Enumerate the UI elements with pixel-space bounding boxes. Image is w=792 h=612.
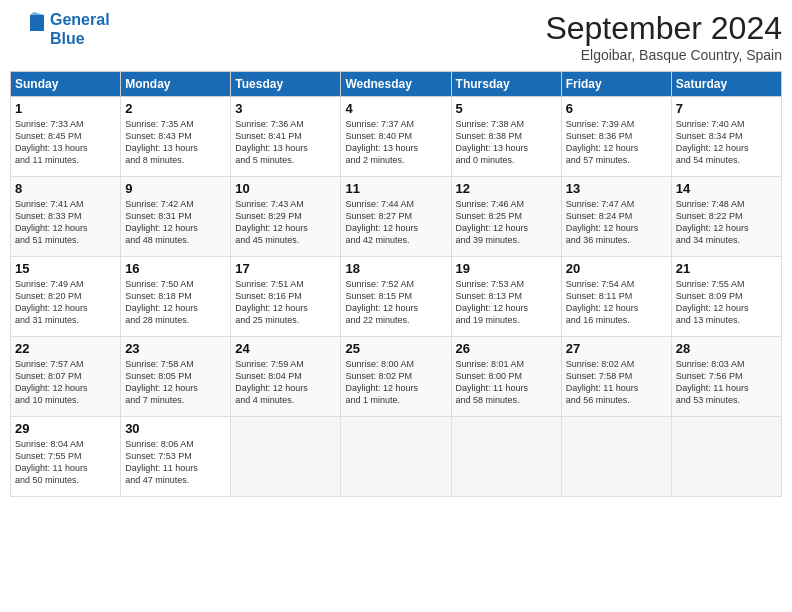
day-number: 6 xyxy=(566,101,667,116)
day-number: 17 xyxy=(235,261,336,276)
calendar-cell: 16Sunrise: 7:50 AMSunset: 8:18 PMDayligh… xyxy=(121,257,231,337)
day-number: 23 xyxy=(125,341,226,356)
calendar-cell: 5Sunrise: 7:38 AMSunset: 8:38 PMDaylight… xyxy=(451,97,561,177)
title-area: September 2024 Elgoibar, Basque Country,… xyxy=(545,10,782,63)
month-title: September 2024 xyxy=(545,10,782,47)
day-info: Sunrise: 7:49 AMSunset: 8:20 PMDaylight:… xyxy=(15,278,116,327)
day-number: 25 xyxy=(345,341,446,356)
calendar-cell: 6Sunrise: 7:39 AMSunset: 8:36 PMDaylight… xyxy=(561,97,671,177)
calendar-cell: 9Sunrise: 7:42 AMSunset: 8:31 PMDaylight… xyxy=(121,177,231,257)
calendar-cell: 15Sunrise: 7:49 AMSunset: 8:20 PMDayligh… xyxy=(11,257,121,337)
day-info: Sunrise: 7:33 AMSunset: 8:45 PMDaylight:… xyxy=(15,118,116,167)
day-number: 29 xyxy=(15,421,116,436)
logo-text-1: General xyxy=(50,10,110,29)
calendar-cell xyxy=(231,417,341,497)
calendar-cell: 14Sunrise: 7:48 AMSunset: 8:22 PMDayligh… xyxy=(671,177,781,257)
day-info: Sunrise: 8:04 AMSunset: 7:55 PMDaylight:… xyxy=(15,438,116,487)
calendar-cell: 21Sunrise: 7:55 AMSunset: 8:09 PMDayligh… xyxy=(671,257,781,337)
day-number: 2 xyxy=(125,101,226,116)
calendar-cell: 1Sunrise: 7:33 AMSunset: 8:45 PMDaylight… xyxy=(11,97,121,177)
calendar-cell xyxy=(341,417,451,497)
calendar-cell: 20Sunrise: 7:54 AMSunset: 8:11 PMDayligh… xyxy=(561,257,671,337)
calendar-cell: 23Sunrise: 7:58 AMSunset: 8:05 PMDayligh… xyxy=(121,337,231,417)
day-info: Sunrise: 7:43 AMSunset: 8:29 PMDaylight:… xyxy=(235,198,336,247)
day-info: Sunrise: 7:52 AMSunset: 8:15 PMDaylight:… xyxy=(345,278,446,327)
calendar-cell xyxy=(671,417,781,497)
calendar-cell: 19Sunrise: 7:53 AMSunset: 8:13 PMDayligh… xyxy=(451,257,561,337)
calendar-week-row: 29Sunrise: 8:04 AMSunset: 7:55 PMDayligh… xyxy=(11,417,782,497)
calendar-week-row: 8Sunrise: 7:41 AMSunset: 8:33 PMDaylight… xyxy=(11,177,782,257)
day-number: 24 xyxy=(235,341,336,356)
day-number: 27 xyxy=(566,341,667,356)
svg-marker-1 xyxy=(30,12,44,15)
logo-text-2: Blue xyxy=(50,29,110,48)
day-info: Sunrise: 7:46 AMSunset: 8:25 PMDaylight:… xyxy=(456,198,557,247)
day-info: Sunrise: 8:06 AMSunset: 7:53 PMDaylight:… xyxy=(125,438,226,487)
day-info: Sunrise: 7:48 AMSunset: 8:22 PMDaylight:… xyxy=(676,198,777,247)
logo-icon xyxy=(10,11,46,47)
day-info: Sunrise: 8:01 AMSunset: 8:00 PMDaylight:… xyxy=(456,358,557,407)
day-number: 11 xyxy=(345,181,446,196)
calendar-cell xyxy=(561,417,671,497)
calendar-cell: 13Sunrise: 7:47 AMSunset: 8:24 PMDayligh… xyxy=(561,177,671,257)
weekday-header-row: SundayMondayTuesdayWednesdayThursdayFrid… xyxy=(11,72,782,97)
calendar-cell: 3Sunrise: 7:36 AMSunset: 8:41 PMDaylight… xyxy=(231,97,341,177)
day-info: Sunrise: 7:37 AMSunset: 8:40 PMDaylight:… xyxy=(345,118,446,167)
page-header: GeneralBlue September 2024 Elgoibar, Bas… xyxy=(10,10,782,63)
day-info: Sunrise: 7:59 AMSunset: 8:04 PMDaylight:… xyxy=(235,358,336,407)
day-number: 26 xyxy=(456,341,557,356)
day-info: Sunrise: 7:42 AMSunset: 8:31 PMDaylight:… xyxy=(125,198,226,247)
calendar-cell: 18Sunrise: 7:52 AMSunset: 8:15 PMDayligh… xyxy=(341,257,451,337)
day-number: 7 xyxy=(676,101,777,116)
weekday-header-sunday: Sunday xyxy=(11,72,121,97)
day-info: Sunrise: 8:03 AMSunset: 7:56 PMDaylight:… xyxy=(676,358,777,407)
weekday-header-thursday: Thursday xyxy=(451,72,561,97)
day-number: 5 xyxy=(456,101,557,116)
calendar-cell: 17Sunrise: 7:51 AMSunset: 8:16 PMDayligh… xyxy=(231,257,341,337)
calendar-cell: 22Sunrise: 7:57 AMSunset: 8:07 PMDayligh… xyxy=(11,337,121,417)
day-info: Sunrise: 7:54 AMSunset: 8:11 PMDaylight:… xyxy=(566,278,667,327)
day-number: 15 xyxy=(15,261,116,276)
weekday-header-friday: Friday xyxy=(561,72,671,97)
calendar-cell: 4Sunrise: 7:37 AMSunset: 8:40 PMDaylight… xyxy=(341,97,451,177)
calendar-week-row: 22Sunrise: 7:57 AMSunset: 8:07 PMDayligh… xyxy=(11,337,782,417)
calendar-cell: 7Sunrise: 7:40 AMSunset: 8:34 PMDaylight… xyxy=(671,97,781,177)
calendar-table: SundayMondayTuesdayWednesdayThursdayFrid… xyxy=(10,71,782,497)
calendar-cell: 28Sunrise: 8:03 AMSunset: 7:56 PMDayligh… xyxy=(671,337,781,417)
day-number: 9 xyxy=(125,181,226,196)
day-info: Sunrise: 7:53 AMSunset: 8:13 PMDaylight:… xyxy=(456,278,557,327)
calendar-cell xyxy=(451,417,561,497)
day-number: 20 xyxy=(566,261,667,276)
calendar-cell: 2Sunrise: 7:35 AMSunset: 8:43 PMDaylight… xyxy=(121,97,231,177)
day-info: Sunrise: 7:44 AMSunset: 8:27 PMDaylight:… xyxy=(345,198,446,247)
calendar-cell: 25Sunrise: 8:00 AMSunset: 8:02 PMDayligh… xyxy=(341,337,451,417)
day-info: Sunrise: 8:00 AMSunset: 8:02 PMDaylight:… xyxy=(345,358,446,407)
day-info: Sunrise: 7:58 AMSunset: 8:05 PMDaylight:… xyxy=(125,358,226,407)
day-number: 16 xyxy=(125,261,226,276)
calendar-cell: 30Sunrise: 8:06 AMSunset: 7:53 PMDayligh… xyxy=(121,417,231,497)
day-number: 18 xyxy=(345,261,446,276)
day-number: 21 xyxy=(676,261,777,276)
day-number: 8 xyxy=(15,181,116,196)
day-info: Sunrise: 7:51 AMSunset: 8:16 PMDaylight:… xyxy=(235,278,336,327)
day-number: 4 xyxy=(345,101,446,116)
day-info: Sunrise: 7:47 AMSunset: 8:24 PMDaylight:… xyxy=(566,198,667,247)
logo: GeneralBlue xyxy=(10,10,110,48)
day-info: Sunrise: 7:38 AMSunset: 8:38 PMDaylight:… xyxy=(456,118,557,167)
calendar-cell: 11Sunrise: 7:44 AMSunset: 8:27 PMDayligh… xyxy=(341,177,451,257)
calendar-cell: 27Sunrise: 8:02 AMSunset: 7:58 PMDayligh… xyxy=(561,337,671,417)
calendar-week-row: 1Sunrise: 7:33 AMSunset: 8:45 PMDaylight… xyxy=(11,97,782,177)
day-number: 19 xyxy=(456,261,557,276)
svg-marker-0 xyxy=(30,15,44,31)
calendar-week-row: 15Sunrise: 7:49 AMSunset: 8:20 PMDayligh… xyxy=(11,257,782,337)
location: Elgoibar, Basque Country, Spain xyxy=(545,47,782,63)
day-number: 13 xyxy=(566,181,667,196)
day-info: Sunrise: 7:36 AMSunset: 8:41 PMDaylight:… xyxy=(235,118,336,167)
weekday-header-tuesday: Tuesday xyxy=(231,72,341,97)
calendar-cell: 8Sunrise: 7:41 AMSunset: 8:33 PMDaylight… xyxy=(11,177,121,257)
calendar-cell: 12Sunrise: 7:46 AMSunset: 8:25 PMDayligh… xyxy=(451,177,561,257)
day-info: Sunrise: 7:50 AMSunset: 8:18 PMDaylight:… xyxy=(125,278,226,327)
day-info: Sunrise: 7:55 AMSunset: 8:09 PMDaylight:… xyxy=(676,278,777,327)
calendar-cell: 24Sunrise: 7:59 AMSunset: 8:04 PMDayligh… xyxy=(231,337,341,417)
calendar-cell: 29Sunrise: 8:04 AMSunset: 7:55 PMDayligh… xyxy=(11,417,121,497)
